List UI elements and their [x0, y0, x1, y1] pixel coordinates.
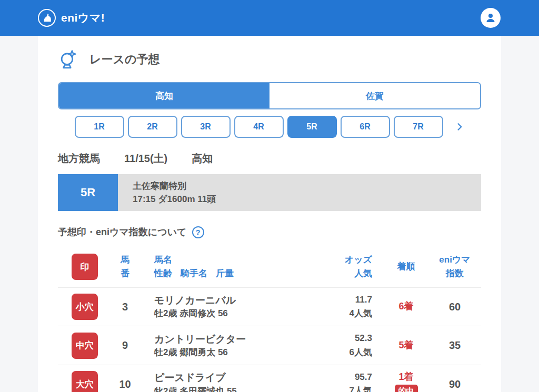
section-heading: レースの予想	[58, 49, 481, 69]
race-number-bar: 1R 2R 3R 4R 5R 6R 7R	[58, 116, 481, 138]
next-races-button[interactable]	[454, 122, 465, 132]
horse-cell: ピースドライブ 牝2歳 多田羅誠也 55	[139, 371, 321, 392]
hit-badge: 的中	[395, 385, 418, 392]
horse-name: カントリービクター	[154, 333, 321, 347]
prediction-mark-badge: 中穴	[72, 333, 98, 359]
user-avatar-button[interactable]	[481, 8, 501, 28]
table-row: 中穴 9 カントリービクター 牡2歳 郷間勇太 56 52.3 6人気 5着 3…	[58, 326, 481, 365]
help-icon[interactable]: ?	[192, 226, 204, 238]
index-cell: 60	[428, 301, 481, 313]
horse-detail: 牝2歳 多田羅誠也 55	[154, 385, 321, 392]
header-index: eniウマ 指数	[428, 253, 481, 281]
crystal-ball-icon	[58, 49, 78, 69]
odds-cell: 52.3 6人気	[321, 331, 384, 359]
race-name: 土佐寒蘭特別	[133, 181, 481, 192]
tab-saga[interactable]: 佐賀	[270, 83, 480, 108]
race-button-4r[interactable]: 4R	[234, 116, 284, 138]
race-number-label: 5R	[58, 174, 118, 211]
race-button-2r[interactable]: 2R	[128, 116, 177, 138]
header-result: 着順	[384, 260, 428, 274]
person-icon	[484, 12, 497, 24]
horse-number: 10	[111, 378, 139, 390]
page-title: レースの予想	[89, 52, 160, 67]
race-meta: 地方競馬 11/15(土) 高知	[58, 152, 481, 166]
odds-cell: 11.7 4人気	[321, 293, 384, 321]
race-info-bar: 5R 土佐寒蘭特別 17:15 ダ1600m 11頭	[58, 174, 481, 211]
prediction-mark-badge: 小穴	[72, 294, 98, 320]
tab-kochi[interactable]: 高知	[59, 83, 270, 108]
main-card: レースの予想 高知 佐賀 1R 2R 3R 4R 5R 6R 7R 地方競馬 1…	[38, 36, 501, 392]
horse-logo-icon	[38, 9, 56, 27]
app-header: eniウマ!	[0, 0, 539, 36]
index-cell: 90	[428, 378, 481, 390]
about-label: 予想印・eniウマ指数について	[58, 226, 187, 238]
race-button-5r[interactable]: 5R	[287, 116, 337, 138]
header-odds: オッズ 人気	[321, 253, 384, 281]
race-button-1r[interactable]: 1R	[75, 116, 124, 138]
result-cell: 6着	[384, 300, 428, 313]
horse-detail: 牡2歳 赤岡修次 56	[154, 307, 321, 320]
app-logo[interactable]: eniウマ!	[38, 9, 105, 27]
race-conditions: 17:15 ダ1600m 11頭	[133, 194, 481, 205]
horse-name: ピースドライブ	[154, 371, 321, 385]
logo-text: eniウマ!	[61, 11, 105, 25]
table-header-row: 印 馬 番 馬名 性齢 騎手名 斤量 オッズ 人気 着順	[58, 247, 481, 288]
horse-number: 3	[111, 301, 139, 313]
index-cell: 35	[428, 339, 481, 351]
header-number: 馬 番	[111, 253, 139, 281]
meta-category: 地方競馬	[58, 152, 100, 166]
table-row: 小穴 3 モリノカーニバル 牡2歳 赤岡修次 56 11.7 4人気 6着 60	[58, 288, 481, 327]
header-horse: 馬名 性齢 騎手名 斤量	[139, 253, 321, 281]
horse-detail: 牡2歳 郷間勇太 56	[154, 346, 321, 359]
venue-tab-bar: 高知 佐賀	[58, 82, 481, 109]
prediction-table: 印 馬 番 馬名 性齢 騎手名 斤量 オッズ 人気 着順	[58, 247, 481, 392]
mark-header-badge: 印	[72, 254, 98, 280]
horse-number: 9	[111, 339, 139, 351]
result-cell: 1着 的中	[384, 371, 428, 392]
result-cell: 5着	[384, 339, 428, 351]
race-button-7r[interactable]: 7R	[394, 116, 443, 138]
about-row: 予想印・eniウマ指数について ?	[58, 226, 481, 238]
chevron-right-icon	[454, 122, 465, 132]
race-detail-panel: 土佐寒蘭特別 17:15 ダ1600m 11頭	[118, 174, 481, 211]
odds-cell: 95.7 7人気	[321, 370, 384, 392]
horse-cell: モリノカーニバル 牡2歳 赤岡修次 56	[139, 294, 321, 320]
prediction-mark-badge: 大穴	[72, 371, 98, 392]
table-row: 大穴 10 ピースドライブ 牝2歳 多田羅誠也 55 95.7 7人気 1着 的…	[58, 365, 481, 392]
meta-date: 11/15(土)	[124, 152, 167, 166]
race-button-3r[interactable]: 3R	[181, 116, 231, 138]
race-button-6r[interactable]: 6R	[341, 116, 390, 138]
meta-venue: 高知	[192, 152, 213, 166]
horse-cell: カントリービクター 牡2歳 郷間勇太 56	[139, 333, 321, 359]
header-mark: 印	[58, 254, 111, 280]
horse-name: モリノカーニバル	[154, 294, 321, 308]
